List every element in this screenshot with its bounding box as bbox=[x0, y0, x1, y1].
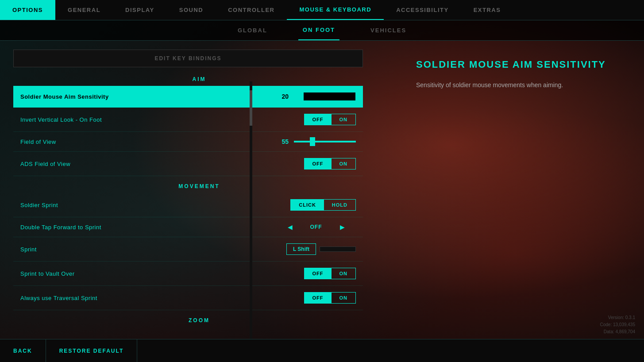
nav-item-options[interactable]: OPTIONS bbox=[0, 0, 55, 20]
control-sprint-binding: L Shift bbox=[286, 243, 356, 255]
sub-navigation: GLOBAL ON FOOT VEHICLES bbox=[0, 20, 644, 41]
settings-panel: EDIT KEY BINDINGS AIM Soldier Mouse Aim … bbox=[0, 41, 398, 339]
slider-fov[interactable] bbox=[294, 141, 356, 142]
toggle-on-invert[interactable]: ON bbox=[332, 114, 356, 125]
control-soldier-aim-sensitivity: 20 bbox=[275, 92, 356, 101]
toggle-invert-vertical-look[interactable]: OFF ON bbox=[304, 114, 356, 125]
row-sprint-vault[interactable]: Sprint to Vault Over OFF ON bbox=[13, 262, 363, 286]
row-traversal-sprint[interactable]: Always use Traversal Sprint OFF ON bbox=[13, 286, 363, 310]
nav-item-accessibility[interactable]: ACCESSIBILITY bbox=[384, 0, 461, 20]
control-soldier-sprint: CLICK HOLD bbox=[290, 199, 356, 211]
version-line2: Code: 13,039,435 bbox=[600, 321, 635, 328]
value-fov: 55 bbox=[275, 138, 289, 145]
section-header-zoom: ZOOM bbox=[13, 317, 385, 323]
main-content: EDIT KEY BINDINGS AIM Soldier Mouse Aim … bbox=[0, 41, 644, 339]
row-soldier-sprint[interactable]: Soldier Sprint CLICK HOLD bbox=[13, 193, 363, 217]
nav-item-general[interactable]: GENERAL bbox=[55, 0, 113, 20]
value-double-tap: OFF bbox=[310, 224, 322, 230]
label-double-tap-sprint: Double Tap Forward to Sprint bbox=[20, 224, 101, 231]
control-field-of-view: 55 bbox=[275, 138, 356, 145]
label-traversal-sprint: Always use Traversal Sprint bbox=[20, 295, 97, 301]
section-header-movement: MOVEMENT bbox=[13, 183, 385, 189]
nav-item-display[interactable]: DISPLAY bbox=[113, 0, 167, 20]
value-aim-sensitivity: 20 bbox=[275, 93, 289, 100]
toggle-on-traversal-sprint[interactable]: ON bbox=[332, 293, 356, 303]
row-soldier-aim-sensitivity[interactable]: Soldier Mouse Aim Sensitivity 20 bbox=[13, 86, 363, 108]
control-sprint-vault: OFF ON bbox=[304, 268, 356, 279]
version-line3: Data: 4,869,704 bbox=[600, 328, 635, 335]
nav-item-controller[interactable]: CONTROLLER bbox=[216, 0, 287, 20]
toggle-sprint-vault[interactable]: OFF ON bbox=[304, 268, 356, 279]
toggle-off-invert[interactable]: OFF bbox=[305, 114, 332, 125]
nav-item-extras[interactable]: EXTRAS bbox=[461, 0, 513, 20]
control-double-tap-sprint: ◀ OFF ▶ bbox=[276, 223, 356, 231]
top-navigation: OPTIONS GENERAL DISPLAY SOUND CONTROLLER… bbox=[0, 0, 644, 20]
scroll-thumb bbox=[250, 90, 252, 126]
arrow-left-double-tap[interactable]: ◀ bbox=[288, 223, 293, 231]
sub-nav-global[interactable]: GLOBAL bbox=[233, 20, 272, 40]
label-soldier-aim-sensitivity: Soldier Mouse Aim Sensitivity bbox=[20, 93, 109, 100]
sub-nav-on-foot[interactable]: ON FOOT bbox=[298, 20, 339, 40]
row-ads-fov[interactable]: ADS Field of View OFF ON bbox=[13, 152, 363, 176]
toggle-off-traversal-sprint[interactable]: OFF bbox=[305, 293, 332, 303]
toggle-ads-fov[interactable]: OFF ON bbox=[304, 158, 356, 169]
toggle-off-sprint-vault[interactable]: OFF bbox=[305, 268, 332, 279]
key-badge-sprint-2[interactable] bbox=[320, 246, 356, 252]
label-soldier-sprint: Soldier Sprint bbox=[20, 202, 58, 208]
edit-key-bindings-button[interactable]: EDIT KEY BINDINGS bbox=[13, 50, 363, 67]
label-ads-fov: ADS Field of View bbox=[20, 161, 70, 167]
slider-thumb-fov bbox=[310, 137, 315, 146]
slider-aim-sensitivity[interactable] bbox=[294, 92, 356, 101]
label-sprint: Sprint bbox=[20, 246, 37, 253]
btn-hold[interactable]: HOLD bbox=[324, 200, 355, 210]
info-description: Sensitivity of soldier mouse movements w… bbox=[416, 80, 626, 90]
row-field-of-view[interactable]: Field of View 55 bbox=[13, 132, 363, 152]
info-panel: SOLDIER MOUSE AIM SENSITIVITY Sensitivit… bbox=[398, 41, 644, 339]
back-button[interactable]: BACK bbox=[0, 339, 46, 362]
row-invert-vertical-look[interactable]: Invert Vertical Look - On Foot OFF ON bbox=[13, 108, 363, 132]
control-ads-fov: OFF ON bbox=[304, 158, 356, 169]
version-info: Version: 0.3.1 Code: 13,039,435 Data: 4,… bbox=[600, 314, 635, 335]
btn-click[interactable]: CLICK bbox=[291, 200, 324, 210]
scroll-indicator[interactable] bbox=[250, 81, 252, 362]
row-double-tap-sprint[interactable]: Double Tap Forward to Sprint ◀ OFF ▶ bbox=[13, 217, 363, 237]
nav-item-mouse-keyboard[interactable]: MOUSE & KEYBOARD bbox=[287, 0, 384, 20]
key-badge-sprint-1[interactable]: L Shift bbox=[286, 243, 316, 255]
slider-fill-aim bbox=[294, 92, 304, 100]
info-title: SOLDIER MOUSE AIM SENSITIVITY bbox=[416, 58, 626, 71]
control-traversal-sprint: OFF ON bbox=[304, 292, 356, 304]
nav-item-sound[interactable]: SOUND bbox=[167, 0, 216, 20]
arrow-selector-double-tap: ◀ OFF ▶ bbox=[276, 223, 356, 231]
label-field-of-view: Field of View bbox=[20, 139, 56, 145]
toggle-traversal-sprint[interactable]: OFF ON bbox=[304, 292, 356, 304]
restore-default-button[interactable]: RESTORE DEFAULT bbox=[46, 339, 138, 362]
label-invert-vertical-look: Invert Vertical Look - On Foot bbox=[20, 116, 102, 123]
row-sprint[interactable]: Sprint L Shift bbox=[13, 237, 363, 262]
toggle-click-hold[interactable]: CLICK HOLD bbox=[290, 199, 356, 211]
key-binding-sprint: L Shift bbox=[286, 243, 356, 255]
toggle-off-ads-fov[interactable]: OFF bbox=[305, 158, 332, 169]
arrow-right-double-tap[interactable]: ▶ bbox=[340, 223, 345, 231]
control-invert-vertical-look: OFF ON bbox=[304, 114, 356, 125]
label-sprint-vault: Sprint to Vault Over bbox=[20, 270, 74, 277]
toggle-on-sprint-vault[interactable]: ON bbox=[332, 268, 356, 279]
toggle-on-ads-fov[interactable]: ON bbox=[332, 158, 356, 169]
version-line1: Version: 0.3.1 bbox=[600, 314, 635, 321]
section-header-aim: AIM bbox=[13, 76, 385, 82]
bottom-bar: BACK RESTORE DEFAULT bbox=[0, 339, 644, 362]
sub-nav-vehicles[interactable]: VEHICLES bbox=[366, 20, 411, 40]
